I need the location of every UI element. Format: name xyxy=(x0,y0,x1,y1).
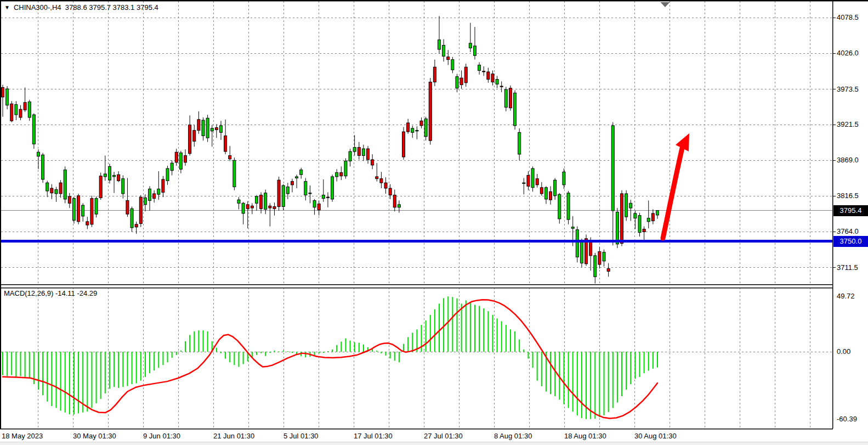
macd-bar xyxy=(426,320,427,352)
macd-bar xyxy=(176,352,177,355)
macd-bar xyxy=(132,352,133,384)
candle-body-up xyxy=(331,177,334,199)
macd-bar xyxy=(341,342,342,352)
macd-bar xyxy=(510,329,511,352)
macd-bar xyxy=(452,297,453,352)
candle-body-up xyxy=(616,212,619,244)
candle-body-up xyxy=(37,152,39,156)
symbol-period-label: CHINA300-,H4 xyxy=(14,3,61,12)
candle-body-down xyxy=(86,222,89,225)
price-axis-label: 4078.5 xyxy=(837,13,859,21)
macd-bar xyxy=(185,341,186,352)
candle-body-up xyxy=(478,65,481,71)
candle-body-down xyxy=(607,268,610,271)
candle-body-up xyxy=(304,182,307,195)
candle-body-down xyxy=(215,128,218,130)
candle-body-down xyxy=(189,125,191,154)
macd-bar xyxy=(492,315,493,352)
candle-body-down xyxy=(68,196,71,203)
macd-bar xyxy=(568,352,569,408)
time-axis-label: 21 Jun 01:30 xyxy=(213,432,254,440)
macd-bar xyxy=(100,352,101,399)
macd-bar xyxy=(581,352,582,418)
candle-body-down xyxy=(358,148,360,156)
macd-bar xyxy=(60,352,61,410)
macd-bar xyxy=(11,352,12,375)
support-line[interactable] xyxy=(1,240,832,243)
candle-body-down xyxy=(487,72,490,80)
macd-bar xyxy=(572,352,574,412)
candle-body-down xyxy=(229,156,231,159)
macd-bar xyxy=(109,352,110,389)
candle-body-up xyxy=(64,170,66,199)
macd-bar xyxy=(554,352,555,396)
macd-bar xyxy=(216,348,217,352)
macd-bar xyxy=(91,352,92,408)
macd-bar xyxy=(207,331,208,352)
chart-title: ▼CHINA300-,H4 3788.6 3795.7 3783.1 3795.… xyxy=(4,3,158,12)
chart-canvas[interactable] xyxy=(0,0,868,445)
candle-body-down xyxy=(549,191,552,200)
chart-background xyxy=(0,0,868,445)
macd-bar xyxy=(38,352,39,390)
macd-bar xyxy=(523,350,524,352)
macd-bar xyxy=(158,352,159,368)
candle-body-down xyxy=(429,82,432,141)
macd-bar xyxy=(256,352,257,355)
macd-bar xyxy=(501,321,502,352)
candle-body-up xyxy=(567,193,570,219)
candle-body-down xyxy=(643,229,645,232)
macd-bar xyxy=(487,311,489,352)
candle-body-up xyxy=(242,203,245,213)
macd-bar xyxy=(590,352,591,419)
candle-body-down xyxy=(540,188,543,194)
candle-body-up xyxy=(131,209,133,228)
candle-body-down xyxy=(77,196,80,222)
candle-body-up xyxy=(424,119,427,137)
macd-bar xyxy=(189,335,190,352)
candle-body-up xyxy=(442,46,445,57)
macd-bar xyxy=(234,352,235,365)
candle-body-up xyxy=(42,155,44,179)
time-axis-label: 5 Jul 01:30 xyxy=(283,432,319,440)
candle-body-down xyxy=(509,88,512,108)
candle-body-up xyxy=(576,230,578,257)
macd-bar xyxy=(456,298,457,352)
macd-bar xyxy=(470,302,471,352)
candle-body-down xyxy=(99,176,102,198)
candle-body-down xyxy=(277,180,280,206)
candle-body-up xyxy=(300,170,303,175)
candle-body-down xyxy=(50,188,53,193)
candle-body-down xyxy=(260,195,263,209)
candle-body-up xyxy=(469,43,472,48)
candle-body-down xyxy=(2,87,4,97)
candle-body-up xyxy=(473,46,476,55)
candle-body-down xyxy=(246,205,249,209)
candle-body-up xyxy=(28,102,31,118)
time-axis-label: 17 Jul 01:30 xyxy=(354,432,393,440)
macd-bar xyxy=(412,333,413,352)
candle-body-down xyxy=(317,204,320,210)
candle-body-up xyxy=(456,77,458,88)
candle-body-down xyxy=(269,206,271,208)
macd-bar xyxy=(634,352,636,379)
macd-bar xyxy=(385,352,387,356)
macd-bar xyxy=(461,303,462,352)
candle-body-down xyxy=(153,194,156,199)
macd-bar xyxy=(15,352,16,377)
macd-bar xyxy=(127,352,128,386)
macd-bar xyxy=(336,345,337,352)
price-axis-label: 3973.5 xyxy=(837,85,859,93)
macd-bar xyxy=(537,352,538,381)
candle-body-up xyxy=(416,131,418,131)
macd-bar xyxy=(434,309,435,352)
macd-bar xyxy=(287,351,288,352)
macd-bar xyxy=(563,352,564,404)
macd-bar xyxy=(243,352,244,364)
candle-body-down xyxy=(384,183,387,188)
macd-bar xyxy=(25,352,26,377)
macd-bar xyxy=(55,352,56,408)
macd-indicator-label: MACD(12,26,9) -14.11 -24.29 xyxy=(4,289,97,297)
candle-body-up xyxy=(255,196,258,203)
macd-bar xyxy=(514,331,515,352)
